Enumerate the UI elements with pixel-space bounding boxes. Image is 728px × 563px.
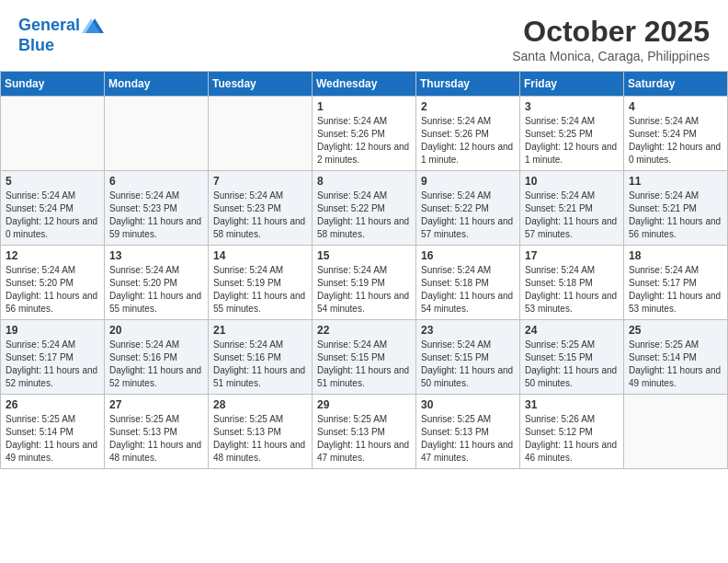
calendar-cell: 10Sunrise: 5:24 AMSunset: 5:21 PMDayligh… <box>520 171 624 246</box>
day-number: 9 <box>421 175 515 188</box>
day-number: 25 <box>629 324 722 337</box>
day-info: Sunrise: 5:24 AMSunset: 5:18 PMDaylight:… <box>525 264 619 316</box>
day-info: Sunrise: 5:24 AMSunset: 5:15 PMDaylight:… <box>421 339 515 390</box>
calendar-cell: 29Sunrise: 5:25 AMSunset: 5:13 PMDayligh… <box>313 395 416 469</box>
day-info: Sunrise: 5:24 AMSunset: 5:25 PMDaylight:… <box>525 115 619 167</box>
weekday-header-row: SundayMondayTuesdayWednesdayThursdayFrid… <box>1 72 728 97</box>
day-info: Sunrise: 5:25 AMSunset: 5:13 PMDaylight:… <box>213 413 307 465</box>
calendar-week-5: 26Sunrise: 5:25 AMSunset: 5:14 PMDayligh… <box>1 395 728 469</box>
day-info: Sunrise: 5:24 AMSunset: 5:20 PMDaylight:… <box>109 264 203 316</box>
day-number: 19 <box>6 324 99 337</box>
calendar-cell: 12Sunrise: 5:24 AMSunset: 5:20 PMDayligh… <box>1 246 105 320</box>
day-info: Sunrise: 5:25 AMSunset: 5:14 PMDaylight:… <box>629 339 722 390</box>
day-number: 17 <box>525 249 619 262</box>
day-number: 26 <box>6 398 99 411</box>
day-number: 13 <box>109 249 203 262</box>
calendar-week-1: 1Sunrise: 5:24 AMSunset: 5:26 PMDaylight… <box>1 97 728 171</box>
day-number: 28 <box>213 398 307 411</box>
calendar-cell: 19Sunrise: 5:24 AMSunset: 5:17 PMDayligh… <box>1 320 105 395</box>
calendar-cell: 21Sunrise: 5:24 AMSunset: 5:16 PMDayligh… <box>209 320 313 395</box>
calendar-cell: 23Sunrise: 5:24 AMSunset: 5:15 PMDayligh… <box>416 320 520 395</box>
day-number: 2 <box>421 100 515 113</box>
day-number: 6 <box>109 175 203 188</box>
day-info: Sunrise: 5:24 AMSunset: 5:18 PMDaylight:… <box>421 264 515 316</box>
day-number: 27 <box>109 398 203 411</box>
day-number: 15 <box>317 249 411 262</box>
calendar-cell: 6Sunrise: 5:24 AMSunset: 5:23 PMDaylight… <box>105 171 209 246</box>
day-info: Sunrise: 5:25 AMSunset: 5:15 PMDaylight:… <box>525 339 619 390</box>
month-title: October 2025 <box>512 15 710 49</box>
weekday-tuesday: Tuesday <box>209 72 313 97</box>
weekday-friday: Friday <box>520 72 624 97</box>
calendar-cell: 17Sunrise: 5:24 AMSunset: 5:18 PMDayligh… <box>520 246 624 320</box>
calendar-cell: 18Sunrise: 5:24 AMSunset: 5:17 PMDayligh… <box>624 246 728 320</box>
weekday-monday: Monday <box>105 72 209 97</box>
calendar-cell: 28Sunrise: 5:25 AMSunset: 5:13 PMDayligh… <box>209 395 313 469</box>
day-info: Sunrise: 5:25 AMSunset: 5:14 PMDaylight:… <box>6 413 99 465</box>
day-number: 4 <box>629 100 722 113</box>
day-info: Sunrise: 5:24 AMSunset: 5:21 PMDaylight:… <box>629 190 722 241</box>
day-number: 30 <box>421 398 515 411</box>
calendar-body: 1Sunrise: 5:24 AMSunset: 5:26 PMDaylight… <box>1 97 728 469</box>
day-info: Sunrise: 5:24 AMSunset: 5:21 PMDaylight:… <box>525 190 619 241</box>
page-header: General Blue October 2025 Santa Monica, … <box>0 0 728 67</box>
calendar-cell: 7Sunrise: 5:24 AMSunset: 5:23 PMDaylight… <box>209 171 313 246</box>
calendar-cell: 14Sunrise: 5:24 AMSunset: 5:19 PMDayligh… <box>209 246 313 320</box>
calendar-table: SundayMondayTuesdayWednesdayThursdayFrid… <box>0 71 728 469</box>
calendar-cell <box>105 97 209 171</box>
weekday-saturday: Saturday <box>624 72 728 97</box>
day-info: Sunrise: 5:24 AMSunset: 5:17 PMDaylight:… <box>629 264 722 316</box>
day-number: 3 <box>525 100 619 113</box>
day-number: 22 <box>317 324 411 337</box>
title-block: October 2025 Santa Monica, Caraga, Phili… <box>512 15 710 63</box>
day-info: Sunrise: 5:24 AMSunset: 5:20 PMDaylight:… <box>6 264 99 316</box>
day-number: 20 <box>109 324 203 337</box>
calendar-cell: 1Sunrise: 5:24 AMSunset: 5:26 PMDaylight… <box>313 97 416 171</box>
day-info: Sunrise: 5:24 AMSunset: 5:19 PMDaylight:… <box>317 264 411 316</box>
day-info: Sunrise: 5:24 AMSunset: 5:16 PMDaylight:… <box>109 339 203 390</box>
day-info: Sunrise: 5:26 AMSunset: 5:12 PMDaylight:… <box>525 413 619 465</box>
day-info: Sunrise: 5:24 AMSunset: 5:15 PMDaylight:… <box>317 339 411 390</box>
calendar-cell: 11Sunrise: 5:24 AMSunset: 5:21 PMDayligh… <box>624 171 728 246</box>
calendar-cell <box>624 395 728 469</box>
day-number: 11 <box>629 175 722 188</box>
calendar-cell: 30Sunrise: 5:25 AMSunset: 5:13 PMDayligh… <box>416 395 520 469</box>
logo-icon <box>82 15 104 37</box>
day-number: 1 <box>317 100 411 113</box>
calendar-cell: 5Sunrise: 5:24 AMSunset: 5:24 PMDaylight… <box>1 171 105 246</box>
calendar-cell: 20Sunrise: 5:24 AMSunset: 5:16 PMDayligh… <box>105 320 209 395</box>
day-info: Sunrise: 5:24 AMSunset: 5:22 PMDaylight:… <box>421 190 515 241</box>
day-info: Sunrise: 5:24 AMSunset: 5:24 PMDaylight:… <box>629 115 722 167</box>
calendar-cell: 31Sunrise: 5:26 AMSunset: 5:12 PMDayligh… <box>520 395 624 469</box>
day-info: Sunrise: 5:24 AMSunset: 5:22 PMDaylight:… <box>317 190 411 241</box>
day-number: 7 <box>213 175 307 188</box>
day-info: Sunrise: 5:24 AMSunset: 5:26 PMDaylight:… <box>421 115 515 167</box>
day-info: Sunrise: 5:24 AMSunset: 5:23 PMDaylight:… <box>109 190 203 241</box>
day-number: 21 <box>213 324 307 337</box>
calendar-cell <box>1 97 105 171</box>
calendar-week-4: 19Sunrise: 5:24 AMSunset: 5:17 PMDayligh… <box>1 320 728 395</box>
calendar-cell: 24Sunrise: 5:25 AMSunset: 5:15 PMDayligh… <box>520 320 624 395</box>
day-number: 23 <box>421 324 515 337</box>
day-number: 5 <box>6 175 99 188</box>
day-info: Sunrise: 5:25 AMSunset: 5:13 PMDaylight:… <box>421 413 515 465</box>
day-number: 12 <box>6 249 99 262</box>
calendar-cell: 4Sunrise: 5:24 AMSunset: 5:24 PMDaylight… <box>624 97 728 171</box>
calendar-cell: 15Sunrise: 5:24 AMSunset: 5:19 PMDayligh… <box>313 246 416 320</box>
day-info: Sunrise: 5:24 AMSunset: 5:26 PMDaylight:… <box>317 115 411 167</box>
calendar-cell: 27Sunrise: 5:25 AMSunset: 5:13 PMDayligh… <box>105 395 209 469</box>
calendar-week-3: 12Sunrise: 5:24 AMSunset: 5:20 PMDayligh… <box>1 246 728 320</box>
calendar-cell: 22Sunrise: 5:24 AMSunset: 5:15 PMDayligh… <box>313 320 416 395</box>
day-number: 10 <box>525 175 619 188</box>
day-info: Sunrise: 5:25 AMSunset: 5:13 PMDaylight:… <box>109 413 203 465</box>
calendar-cell: 13Sunrise: 5:24 AMSunset: 5:20 PMDayligh… <box>105 246 209 320</box>
day-info: Sunrise: 5:24 AMSunset: 5:19 PMDaylight:… <box>213 264 307 316</box>
calendar-cell: 16Sunrise: 5:24 AMSunset: 5:18 PMDayligh… <box>416 246 520 320</box>
day-info: Sunrise: 5:24 AMSunset: 5:16 PMDaylight:… <box>213 339 307 390</box>
day-info: Sunrise: 5:24 AMSunset: 5:23 PMDaylight:… <box>213 190 307 241</box>
weekday-thursday: Thursday <box>416 72 520 97</box>
calendar-cell: 25Sunrise: 5:25 AMSunset: 5:14 PMDayligh… <box>624 320 728 395</box>
day-number: 14 <box>213 249 307 262</box>
calendar-cell: 26Sunrise: 5:25 AMSunset: 5:14 PMDayligh… <box>1 395 105 469</box>
day-number: 31 <box>525 398 619 411</box>
